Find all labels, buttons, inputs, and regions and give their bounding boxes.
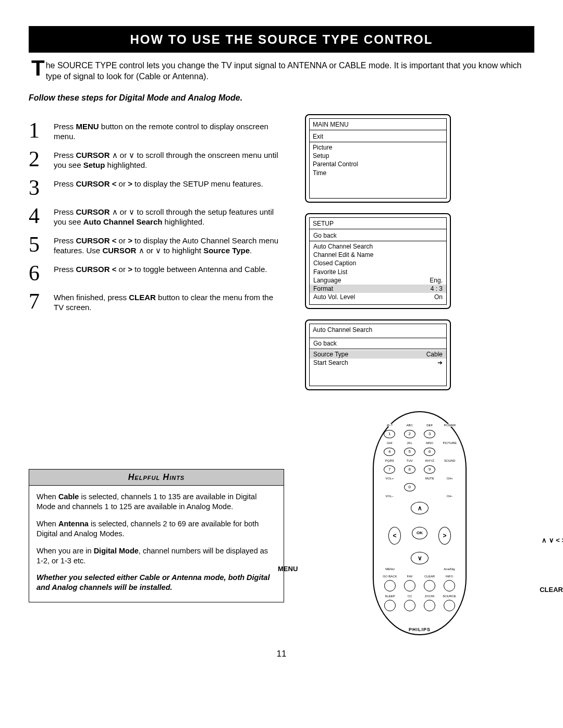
key-label: VOL+	[384, 477, 395, 480]
cursor-up-button[interactable]: ∧	[411, 502, 429, 514]
key-label: GO BACK	[383, 575, 397, 579]
remote-key-9[interactable]: 9	[424, 465, 435, 474]
hint-4: Whether you selected either Cable or Ant…	[36, 573, 276, 593]
remote-key-8[interactable]: 8	[404, 465, 415, 474]
remote-round-button[interactable]	[424, 600, 435, 611]
cursor-right-button[interactable]: >	[438, 527, 451, 545]
cursor-pad: ∧ ∨ < > OK	[388, 502, 451, 564]
key-label: INFO	[446, 575, 453, 579]
key-label: SOURCE	[443, 595, 456, 599]
remote-round-button[interactable]	[384, 580, 396, 591]
remote-key-5[interactable]: 5	[404, 448, 415, 456]
intro-text: he SOURCE TYPE control lets you change t…	[46, 61, 522, 81]
key-label: TUV	[404, 459, 415, 462]
menu-item: Exit	[313, 132, 443, 141]
remote-key-6[interactable]: 6	[424, 448, 435, 456]
remote-round-button[interactable]	[424, 580, 435, 591]
key-label: GHI	[384, 441, 395, 445]
screen-setup-menu: SETUP Go backAuto Channel SearchChannel …	[305, 213, 451, 310]
menu-item: Picture	[313, 143, 443, 152]
menu-item: Auto Vol. LevelOn	[313, 293, 443, 301]
menu-item: Favorite List	[313, 268, 443, 276]
hints-title: Helpful Hints	[29, 470, 284, 486]
remote-key-3[interactable]: 3	[424, 430, 435, 438]
key-label: PICTURE	[444, 441, 456, 445]
remote-round-button[interactable]	[404, 580, 415, 591]
anadig-label: Ana/Dig	[444, 567, 455, 572]
key-label: CH−	[444, 495, 456, 498]
step-text: Press CURSOR ∧ or ∨ to scroll through th…	[54, 148, 284, 170]
remote-key-0[interactable]: 0	[404, 483, 415, 491]
remote-round-button[interactable]	[404, 600, 415, 611]
remote-key-4[interactable]: 4	[384, 448, 395, 456]
menu-item: Closed Caption	[313, 259, 443, 267]
menu-item: Format4 : 3	[310, 285, 446, 293]
step-number: 3	[29, 177, 54, 199]
key-label: ZOOM	[425, 595, 434, 599]
remote-round-button[interactable]	[384, 600, 396, 611]
step-number: 6	[29, 262, 54, 284]
key-label: CH+	[444, 477, 456, 480]
intro-paragraph: T he SOURCE TYPE control lets you change…	[29, 60, 534, 82]
cursor-left-button[interactable]: <	[388, 527, 401, 545]
step-3: 3Press CURSOR < or > to display the SETU…	[29, 177, 284, 199]
menu-item: Parental Control	[313, 160, 443, 168]
step-6: 6Press CURSOR < or > to toggle between A…	[29, 262, 284, 284]
step-number: 7	[29, 290, 54, 312]
steps-list: 1Press MENU button on the remote control…	[29, 119, 284, 313]
menu-item: Auto Channel Search	[313, 242, 443, 251]
menu-item: Source TypeCable	[310, 350, 446, 359]
remote-round-button[interactable]	[444, 580, 455, 591]
key-label: SLEEP	[385, 595, 395, 599]
key-label: ABC	[404, 424, 415, 427]
step-text: Press CURSOR < or > to toggle between An…	[54, 262, 267, 275]
remote-key-2[interactable]: 2	[404, 430, 415, 438]
key-label: VOL−	[384, 495, 395, 498]
key-label	[424, 495, 435, 498]
key-label: MUTE	[424, 477, 435, 480]
key-label	[404, 477, 415, 480]
brand-logo: PHILIPS	[381, 627, 458, 633]
key-label: JKL	[404, 441, 415, 445]
step-text: Press MENU button on the remote control …	[54, 119, 284, 142]
screen-acs-menu: Auto Channel Search Go backSource TypeCa…	[305, 319, 451, 390]
key-label: MNO	[424, 441, 435, 445]
step-text: Press CURSOR ∧ or ∨ to scroll through th…	[54, 205, 284, 227]
step-text: When finished, press CLEAR button to cle…	[54, 290, 284, 313]
key-label: SOUND	[444, 459, 456, 462]
step-5: 5Press CURSOR < or > to display the Auto…	[29, 233, 284, 256]
cursor-down-button[interactable]: ∨	[411, 552, 429, 564]
key-label: FAV	[407, 575, 413, 579]
key-label: CLEAR	[424, 575, 435, 579]
step-2: 2Press CURSOR ∧ or ∨ to scroll through t…	[29, 148, 284, 170]
key-label: DEF	[424, 424, 435, 427]
menu-label: MENU	[385, 567, 395, 572]
menu-title: MAIN MENU	[310, 119, 446, 130]
key-label: @-?	[384, 424, 395, 427]
menu-item: Go back	[313, 231, 443, 240]
key-label: WXYZ	[424, 459, 435, 462]
menu-item: Channel Edit & Name	[313, 251, 443, 259]
hint-3: When you are in Digital Mode, channel nu…	[36, 546, 276, 566]
menu-item: Start Search➜	[313, 359, 443, 367]
menu-title: SETUP	[310, 218, 446, 229]
remote-key-1[interactable]: 1	[384, 430, 395, 438]
ok-button[interactable]: OK	[412, 527, 427, 539]
key-label: PQRS	[384, 459, 395, 462]
remote-round-button[interactable]	[444, 600, 455, 611]
menu-title: Auto Channel Search	[310, 324, 446, 335]
step-1: 1Press MENU button on the remote control…	[29, 119, 284, 142]
hint-2: When Antenna is selected, channels 2 to …	[36, 519, 276, 539]
remote-key-7[interactable]: 7	[384, 465, 395, 474]
step-number: 1	[29, 119, 54, 141]
callout-cursor: ∧ ∨ < >	[542, 536, 563, 545]
callout-menu: MENU	[278, 565, 298, 574]
subheading: Follow these steps for Digital Mode and …	[29, 93, 534, 104]
hint-1: When Cable is selected, channels 1 to 13…	[36, 492, 276, 512]
key-label	[404, 495, 415, 498]
menu-item: LanguageEng.	[313, 276, 443, 285]
page-banner: HOW TO USE THE SOURCE TYPE CONTROL	[29, 26, 534, 53]
step-number: 5	[29, 233, 54, 255]
step-7: 7When finished, press CLEAR button to cl…	[29, 290, 284, 313]
menu-item: Go back	[313, 339, 443, 348]
